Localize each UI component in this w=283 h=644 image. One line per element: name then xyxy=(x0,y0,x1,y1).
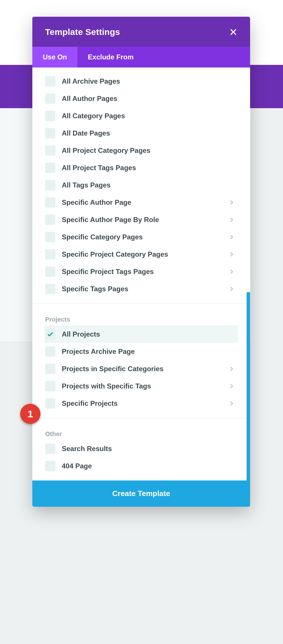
chevron-right-icon xyxy=(229,366,234,372)
item-label: Specific Category Pages xyxy=(62,233,143,241)
item-all-tags-pages[interactable]: All Tags Pages xyxy=(44,177,238,194)
checkbox[interactable] xyxy=(45,163,55,173)
modal-body: All Archive Pages All Author Pages All C… xyxy=(32,67,250,480)
item-label: Search Results xyxy=(62,445,112,453)
chevron-right-icon xyxy=(229,269,234,275)
checkbox[interactable] xyxy=(45,197,55,208)
item-label: All Project Category Pages xyxy=(62,147,150,155)
item-specific-project-tags-pages[interactable]: Specific Project Tags Pages xyxy=(44,263,238,280)
item-all-project-tags-pages[interactable]: All Project Tags Pages xyxy=(44,159,238,177)
chevron-right-icon xyxy=(229,286,234,292)
item-projects-in-specific-categories[interactable]: Projects in Specific Categories xyxy=(44,360,238,378)
checkbox[interactable] xyxy=(45,284,55,294)
checkbox[interactable] xyxy=(45,346,55,357)
chevron-right-icon xyxy=(229,234,234,240)
item-label: All Project Tags Pages xyxy=(62,164,136,172)
item-label: All Author Pages xyxy=(62,95,117,103)
section-title-projects: Projects xyxy=(44,309,238,326)
checkbox[interactable] xyxy=(45,381,55,391)
checkbox[interactable] xyxy=(45,128,55,138)
item-label: All Category Pages xyxy=(62,112,125,120)
item-label: Specific Project Category Pages xyxy=(62,250,168,258)
item-specific-author-page-by-role[interactable]: Specific Author Page By Role xyxy=(44,211,238,228)
section-projects: Projects All Projects Projects Archive P… xyxy=(32,303,250,415)
item-specific-tags-pages[interactable]: Specific Tags Pages xyxy=(44,280,238,298)
modal-title: Template Settings xyxy=(45,27,120,37)
item-all-category-pages[interactable]: All Category Pages xyxy=(44,107,238,125)
item-label: All Projects xyxy=(62,330,100,338)
checkbox[interactable] xyxy=(45,76,55,87)
tabs: Use On Exclude From xyxy=(32,47,250,67)
checkbox[interactable] xyxy=(45,180,55,190)
item-specific-author-page[interactable]: Specific Author Page xyxy=(44,194,238,211)
checkbox[interactable] xyxy=(45,232,55,242)
chevron-right-icon xyxy=(229,383,234,389)
chevron-right-icon xyxy=(229,401,234,406)
section-other: Other Search Results 404 Page xyxy=(32,418,250,478)
create-template-button[interactable]: Create Template xyxy=(32,480,250,507)
item-label: Projects Archive Page xyxy=(62,348,135,356)
scrollbar-thumb[interactable] xyxy=(247,292,250,507)
stage: Template Settings Use On Exclude From Al… xyxy=(0,0,283,644)
item-projects-archive-page[interactable]: Projects Archive Page xyxy=(44,343,238,360)
item-all-author-pages[interactable]: All Author Pages xyxy=(44,90,238,107)
tab-exclude-from[interactable]: Exclude From xyxy=(77,47,144,67)
item-label: Specific Tags Pages xyxy=(62,285,128,293)
checkbox[interactable] xyxy=(45,364,55,374)
section-archives: All Archive Pages All Author Pages All C… xyxy=(32,67,250,301)
scrollbar[interactable] xyxy=(247,292,250,507)
item-label: Specific Author Page By Role xyxy=(62,216,159,224)
item-projects-with-specific-tags[interactable]: Projects with Specific Tags xyxy=(44,378,238,395)
checkbox[interactable] xyxy=(45,215,55,225)
chevron-right-icon xyxy=(229,200,234,205)
item-label: All Tags Pages xyxy=(62,181,111,189)
item-specific-projects[interactable]: Specific Projects xyxy=(44,395,238,412)
item-all-archive-pages[interactable]: All Archive Pages xyxy=(44,73,238,90)
chevron-right-icon xyxy=(229,251,234,257)
item-label: Projects in Specific Categories xyxy=(62,365,163,373)
checkbox[interactable] xyxy=(45,444,55,454)
annotation-badge-1: 1 xyxy=(20,404,40,424)
item-specific-project-category-pages[interactable]: Specific Project Category Pages xyxy=(44,246,238,263)
item-label: Specific Project Tags Pages xyxy=(62,268,154,276)
item-label: All Date Pages xyxy=(62,129,110,137)
checkbox[interactable] xyxy=(45,398,55,409)
checkbox[interactable] xyxy=(45,93,55,104)
template-settings-modal: Template Settings Use On Exclude From Al… xyxy=(32,17,250,507)
item-404-page[interactable]: 404 Page xyxy=(44,457,238,475)
checkbox-checked[interactable] xyxy=(45,329,55,339)
modal-header: Template Settings xyxy=(32,17,250,47)
item-specific-category-pages[interactable]: Specific Category Pages xyxy=(44,228,238,246)
close-button[interactable] xyxy=(229,28,237,36)
item-label: All Archive Pages xyxy=(62,77,120,85)
checkbox[interactable] xyxy=(45,145,55,156)
checkbox[interactable] xyxy=(45,461,55,471)
item-all-projects[interactable]: All Projects xyxy=(44,326,238,343)
item-all-date-pages[interactable]: All Date Pages xyxy=(44,125,238,142)
item-search-results[interactable]: Search Results xyxy=(44,440,238,457)
section-title-other: Other xyxy=(44,423,238,440)
item-label: Specific Author Page xyxy=(62,198,131,206)
checkbox[interactable] xyxy=(45,249,55,260)
chevron-right-icon xyxy=(229,217,234,223)
item-label: 404 Page xyxy=(62,462,92,470)
item-label: Specific Projects xyxy=(62,399,118,408)
checkbox[interactable] xyxy=(45,266,55,277)
checkbox[interactable] xyxy=(45,111,55,121)
item-label: Projects with Specific Tags xyxy=(62,382,151,390)
tab-use-on[interactable]: Use On xyxy=(32,47,77,67)
item-all-project-category-pages[interactable]: All Project Category Pages xyxy=(44,142,238,159)
close-icon xyxy=(229,28,237,36)
